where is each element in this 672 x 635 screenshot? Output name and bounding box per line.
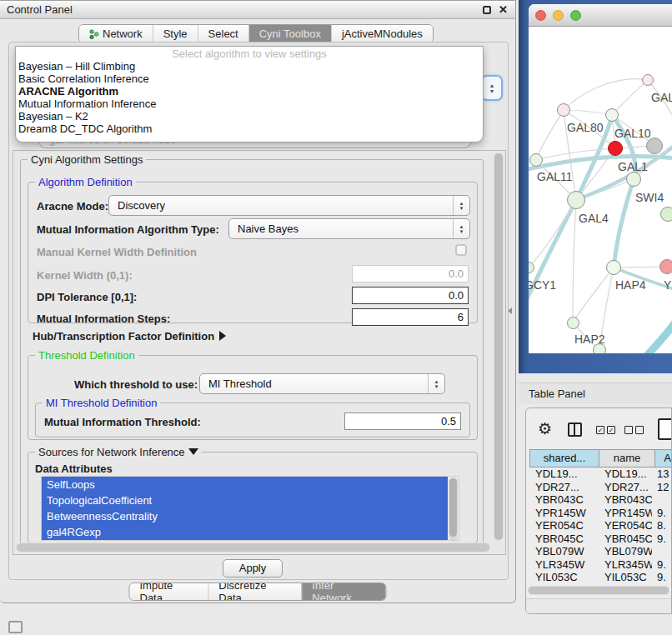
settings-vertical-scrollbar[interactable] (494, 152, 504, 541)
manual-kernel-checkbox[interactable] (455, 244, 467, 256)
apply-button[interactable]: Apply (223, 559, 283, 578)
table-panel-footer (526, 598, 671, 613)
tab-network[interactable]: Network (79, 25, 153, 42)
network-window: GAL GAL80 GAL10 GAL1 GAL11 SWI4 GAL4 GCY… (529, 4, 672, 353)
cell: 9. (652, 558, 669, 572)
node-gal10[interactable] (605, 108, 619, 122)
node-gal4[interactable] (567, 191, 585, 209)
float-window-icon[interactable] (483, 6, 491, 14)
algorithm-combo-stepper[interactable]: ▲ ▼ (481, 75, 503, 101)
dropdown-item[interactable]: Basic Correlation Inference (16, 72, 483, 85)
column-header-shared-name[interactable]: shared... (529, 449, 599, 468)
table-horizontal-scrollbar[interactable] (528, 586, 669, 595)
which-threshold-value: MI Threshold (208, 374, 272, 393)
sources-title[interactable]: Sources for Network Inference (35, 446, 202, 458)
node-label: HAP4 (615, 278, 646, 292)
list-item[interactable]: BetweennessCentrality (42, 508, 448, 524)
checked-box-icon: ✓ (596, 426, 604, 434)
columns-icon[interactable] (568, 422, 582, 437)
table-row[interactable]: YPR145W YPR145W 9. (529, 507, 669, 520)
algorithm-definition-title: Algorithm Definition (35, 176, 136, 188)
tab-infer-network[interactable]: Infer Network (301, 583, 385, 600)
table-row[interactable]: YDR27... YDR27... 12 (529, 481, 669, 494)
node-swi4[interactable] (626, 172, 641, 187)
deselect-all-checks-icon[interactable] (624, 426, 644, 434)
close-traffic-light[interactable] (535, 10, 546, 21)
table-row[interactable]: YER054C YER054C 8. (529, 519, 669, 532)
hub-definition-toggle[interactable]: Hub/Transcription Factor Definition (33, 330, 226, 342)
aracne-mode-label: Aracne Mode: (37, 200, 108, 212)
table-row[interactable]: YIL053C YIL053C 9. (529, 571, 669, 584)
list-item[interactable]: SelfLoops (42, 477, 448, 492)
node-label: HAP2 (574, 332, 605, 346)
tab-cyni-toolbox[interactable]: Cyni Toolbox (248, 25, 331, 42)
tab-select[interactable]: Select (198, 25, 248, 42)
close-icon[interactable]: ✕ (499, 1, 508, 19)
aracne-mode-combo[interactable]: Discovery ▲▼ (108, 195, 470, 216)
tab-discretize-data[interactable]: Discretize Data (208, 583, 301, 600)
tab-jactivemnodules[interactable]: jActiveMNodules (331, 25, 433, 42)
list-scrollbar[interactable] (449, 478, 458, 541)
node-hap4[interactable] (606, 260, 621, 275)
table-row[interactable]: YBR043C YBR043C (529, 493, 669, 507)
tab-label: Discretize Data (218, 582, 291, 601)
node-gal1[interactable] (608, 141, 623, 156)
gear-icon[interactable]: ⚙ (538, 421, 552, 437)
tab-impute-data[interactable]: Impute Data (130, 583, 208, 600)
dpi-tolerance-label: DPI Tolerance [0,1]: (37, 291, 137, 303)
dropdown-item[interactable]: Mutual Information Inference (16, 98, 483, 110)
table-row[interactable]: YBR045C YBR045C 9. (529, 532, 669, 546)
cell: YPR145W (529, 507, 599, 520)
cell: YPR145W (599, 507, 652, 520)
data-attributes-list[interactable]: SelfLoops TopologicalCoefficient Between… (41, 476, 459, 541)
split-pane-collapse-arrow[interactable] (508, 308, 512, 314)
kernel-width-field[interactable]: 0.0 (352, 265, 469, 282)
node-label: Y (664, 278, 671, 292)
list-item[interactable]: TopologicalCoefficient (42, 492, 448, 508)
zoom-traffic-light[interactable] (570, 10, 581, 21)
cell (652, 545, 669, 558)
table-row[interactable]: YBL079W YBL079W (529, 545, 669, 558)
cell: 13 (652, 468, 669, 481)
node-gal80[interactable] (557, 103, 570, 117)
mi-steps-field[interactable]: 6 (352, 308, 469, 326)
collapse-down-icon (188, 448, 198, 455)
column-header-name[interactable]: name (599, 449, 655, 468)
expand-right-icon (219, 331, 226, 341)
table-row[interactable]: YDL19... YDL19... 13 (529, 468, 669, 481)
dropdown-item-selected[interactable]: ARACNE Algorithm (16, 85, 483, 98)
settings-horizontal-scrollbar[interactable] (16, 542, 490, 552)
mi-threshold-field[interactable]: 0.5 (344, 412, 461, 430)
tab-style[interactable]: Style (153, 25, 198, 42)
table-body[interactable]: YDL19... YDL19... 13 YDR27... YDR27... 1… (529, 468, 669, 585)
node-gal11[interactable] (529, 153, 543, 167)
node-label: GAL10 (614, 127, 651, 140)
node-gal-top[interactable] (642, 74, 654, 86)
tab-label: jActiveMNodules (342, 28, 423, 40)
column-header-a[interactable]: A (655, 449, 672, 468)
dropdown-item[interactable]: Bayesian – K2 (16, 110, 483, 122)
mi-type-combo[interactable]: Naive Bayes ▲▼ (228, 218, 470, 239)
export-table-icon[interactable] (658, 418, 672, 440)
collapsed-panel-icon[interactable] (8, 621, 23, 633)
dropdown-item[interactable]: Bayesian – Hill Climbing (16, 60, 483, 72)
table-row[interactable]: YLR345W YLR345W 9. (529, 558, 669, 572)
tab-label: Impute Data (140, 582, 198, 601)
minimize-traffic-light[interactable] (553, 10, 564, 21)
node-green-right[interactable] (660, 207, 672, 222)
node-hap2[interactable] (567, 317, 579, 329)
list-item[interactable]: gal4RGexp (42, 524, 448, 540)
table-panel-window: ⚙ ✓ ✓ shared... name A YDL19... YDL19...… (525, 408, 672, 614)
frame-title: Cyni Algorithm Settings (28, 153, 146, 166)
which-threshold-combo[interactable]: MI Threshold ▲▼ (199, 373, 445, 394)
network-window-titlebar[interactable] (529, 4, 672, 27)
select-all-checks-icon[interactable]: ✓ ✓ (596, 426, 615, 434)
dpi-tolerance-field[interactable]: 0.0 (352, 287, 469, 304)
sources-title-text: Sources for Network Inference (38, 446, 185, 458)
network-icon (89, 29, 99, 39)
network-canvas[interactable]: GAL GAL80 GAL10 GAL1 GAL11 SWI4 GAL4 GCY… (529, 27, 672, 353)
node-gray[interactable] (646, 138, 663, 154)
dropdown-item[interactable]: Dream8 DC_TDC Algorithm (16, 122, 483, 135)
node-salmon[interactable] (659, 259, 672, 274)
cell: YLR345W (529, 558, 599, 572)
